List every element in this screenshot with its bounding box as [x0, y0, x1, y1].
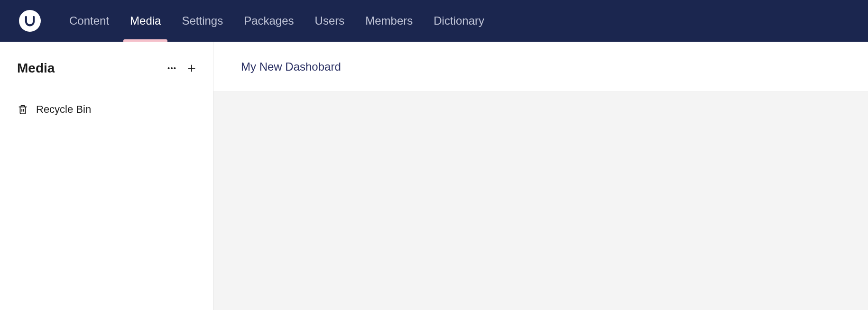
plus-icon [186, 63, 197, 73]
app-logo[interactable] [19, 10, 41, 32]
nav-packages[interactable]: Packages [233, 0, 304, 42]
main-body [213, 92, 868, 310]
umbraco-logo-icon [23, 14, 37, 27]
tree-item-recycle-bin[interactable]: Recycle Bin [17, 100, 196, 119]
main-nav: Content Media Settings Packages Users Me… [59, 0, 495, 42]
trash-icon [17, 104, 28, 115]
tree-item-label: Recycle Bin [36, 103, 91, 116]
nav-media[interactable]: Media [120, 0, 171, 42]
svg-point-1 [171, 67, 173, 69]
sidebar-header: Media [0, 61, 213, 76]
nav-label: Users [315, 14, 345, 27]
nav-label: Members [365, 14, 413, 27]
nav-content[interactable]: Content [59, 0, 120, 42]
svg-point-0 [168, 67, 170, 69]
main-header: My New Dashobard [213, 42, 868, 92]
svg-point-2 [174, 67, 175, 69]
sidebar-title: Media [17, 61, 55, 76]
nav-label: Dictionary [434, 14, 484, 27]
topbar: Content Media Settings Packages Users Me… [0, 0, 868, 42]
tab-my-new-dashboard[interactable]: My New Dashobard [241, 60, 341, 73]
tab-label: My New Dashobard [241, 60, 341, 73]
add-button[interactable] [185, 61, 199, 75]
nav-settings[interactable]: Settings [171, 0, 233, 42]
main: My New Dashobard [213, 42, 868, 310]
more-options-button[interactable] [165, 61, 179, 75]
nav-label: Media [130, 14, 161, 27]
layout: Media [0, 42, 868, 310]
nav-label: Settings [182, 14, 223, 27]
ellipsis-icon [166, 63, 177, 73]
nav-dictionary[interactable]: Dictionary [423, 0, 495, 42]
nav-users[interactable]: Users [305, 0, 355, 42]
nav-label: Content [69, 14, 109, 27]
nav-label: Packages [244, 14, 294, 27]
sidebar-tree: Recycle Bin [0, 100, 213, 119]
sidebar: Media [0, 42, 213, 310]
nav-members[interactable]: Members [355, 0, 423, 42]
sidebar-actions [165, 61, 199, 75]
